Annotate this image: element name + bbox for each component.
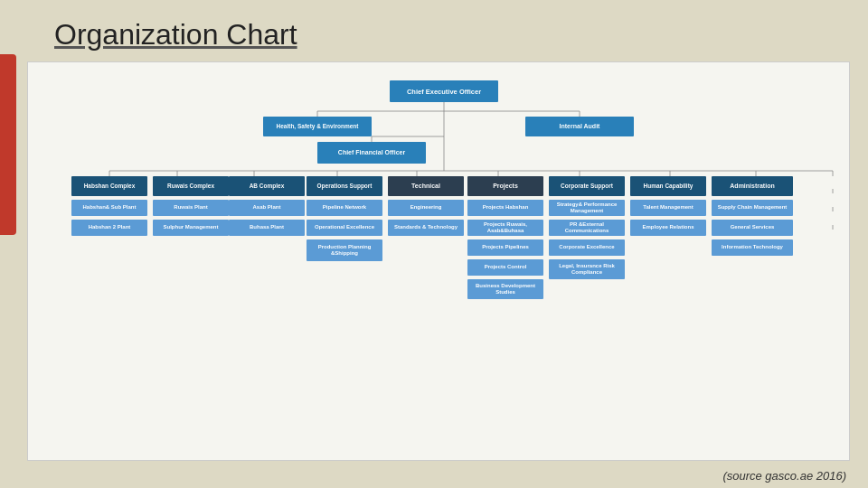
page-background: Organization Chart [0, 0, 868, 488]
node-hse: Health, Safety & Environment [263, 117, 372, 136]
node-operations: Operations Support [307, 176, 382, 196]
node-corp-sub2: PR &External Communications [549, 220, 625, 236]
node-proj-sub3: Projects Pipelines [467, 239, 543, 256]
node-corporate: Corporate Support [549, 176, 625, 196]
node-ruwais: Ruwais Complex [153, 176, 229, 196]
node-technical: Technical [388, 176, 464, 196]
node-admin: Administration [712, 176, 793, 196]
node-projects: Projects [467, 176, 543, 196]
node-proj-sub1: Projects Habshan [467, 200, 543, 216]
node-proj-sub5: Business Development Studies [467, 279, 543, 299]
org-chart-area: Chief Executive Officer Health, Safety &… [27, 61, 850, 461]
node-ops-sub2: Operational Excellence [307, 220, 382, 236]
node-tech-sub1: Engineering [388, 200, 464, 216]
node-ab-sub2: Buhasa Plant [229, 220, 305, 236]
page-title: Organization Chart [54, 18, 297, 52]
node-ruwais-sub2: Sulphur Management [153, 220, 229, 236]
node-habshan-sub2: Habshan 2 Plant [71, 220, 147, 236]
node-human: Human Capability [630, 176, 706, 196]
node-proj-sub2: Projects Ruwais, Asab&Buhasa [467, 220, 543, 236]
node-admin-sub2: General Services [712, 220, 793, 236]
node-corp-sub1: Strategy& Performance Management [549, 200, 625, 216]
node-cfo: Chief Financial Officer [317, 142, 426, 164]
node-ceo: Chief Executive Officer [390, 80, 498, 102]
node-internal-audit: Internal Audit [525, 117, 634, 136]
org-chart: Chief Executive Officer Health, Safety &… [37, 73, 840, 453]
node-ab: AB Complex [229, 176, 305, 196]
node-ruwais-sub1: Ruwais Plant [153, 200, 229, 216]
left-accent-bar [0, 54, 16, 235]
node-corp-sub3: Corporate Excellence [549, 239, 625, 256]
node-habshan: Habshan Complex [71, 176, 147, 196]
node-corp-sub4: Legal, Insurance Risk Compliance [549, 259, 625, 279]
node-admin-sub1: Supply Chain Management [712, 200, 793, 216]
node-human-sub1: Talent Management [630, 200, 706, 216]
node-tech-sub2: Standards & Technology [388, 220, 464, 236]
source-note: (source gasco.ae 2016) [722, 469, 846, 483]
node-ops-sub1: Pipeline Network [307, 200, 382, 216]
node-habshan-sub1: Habshan& Sub Plant [71, 200, 147, 216]
connector-lines [37, 73, 840, 453]
node-proj-sub4: Projects Control [467, 259, 543, 276]
node-ab-sub1: Asab Plant [229, 200, 305, 216]
node-admin-sub3: Information Technology [712, 239, 793, 256]
node-human-sub2: Employee Relations [630, 220, 706, 236]
node-ops-sub3: Production Planning &Shipping [307, 239, 382, 261]
